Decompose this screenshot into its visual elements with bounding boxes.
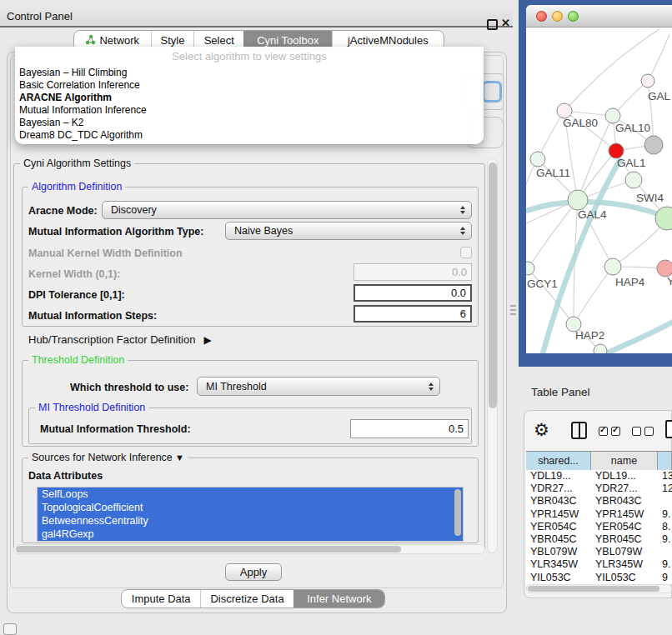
dpi-tolerance-input[interactable] <box>354 284 472 302</box>
aracne-mode-label: Aracne Mode: <box>28 205 98 217</box>
which-threshold-select[interactable]: MI Threshold <box>197 377 440 396</box>
table-cell: YDR27... <box>591 482 658 495</box>
mi-threshold-label: Mutual Information Threshold: <box>40 423 191 435</box>
network-window: GALGAL80GAL10GAL1GAL11SWI4GAL4GCY1HAP4YH… <box>526 5 672 353</box>
table-cell: YBL079W <box>591 546 658 558</box>
network-node[interactable] <box>526 262 534 275</box>
table-cell: YBR043C <box>526 495 591 508</box>
settings-vertical-scrollbar-thumb[interactable] <box>489 162 497 408</box>
table-cell: YDR27... <box>526 482 591 495</box>
network-node-label: GAL10 <box>615 122 650 134</box>
network-node[interactable] <box>594 344 607 353</box>
split-divider-grip[interactable] <box>510 305 516 317</box>
table-horizontal-scrollbar-thumb[interactable] <box>528 586 659 592</box>
network-edge <box>574 267 613 324</box>
manual-kernel-label: Manual Kernel Width Definition <box>28 248 183 259</box>
settings-gear-icon[interactable] <box>534 419 549 441</box>
table-cell <box>658 495 672 508</box>
select-all-icon[interactable] <box>599 427 608 436</box>
network-edge <box>648 34 669 81</box>
deselect-all-icon[interactable] <box>644 427 654 436</box>
network-node[interactable] <box>657 260 672 277</box>
hub-definition-expander[interactable]: Hub/Transcription Factor Definition <box>28 333 212 346</box>
data-attributes-list[interactable]: SelfLoopsTopologicalCoefficientBetweenne… <box>37 487 464 542</box>
network-node[interactable] <box>625 172 642 188</box>
mi-threshold-group-title: MI Threshold Definition <box>35 402 148 413</box>
apply-button[interactable]: Apply <box>225 563 282 581</box>
network-window-titlebar[interactable] <box>526 5 672 28</box>
panel-dock-icon[interactable] <box>3 623 17 635</box>
sources-group-title[interactable]: Sources for Network Inference <box>28 452 188 463</box>
algorithm-option[interactable]: Mutual Information Inference <box>15 104 484 117</box>
table-cell: YIL053C <box>526 572 591 584</box>
mi-threshold-input[interactable] <box>350 419 469 438</box>
deselect-all-icon[interactable] <box>632 427 641 436</box>
network-node-label: Y <box>667 275 672 288</box>
manual-kernel-checkbox <box>460 247 472 258</box>
table-row[interactable]: YPR145WYPR145W9. <box>526 508 672 521</box>
table-row[interactable]: YBL079WYBL079W <box>526 546 672 558</box>
algorithm-option[interactable]: Basic Correlation Inference <box>15 79 484 92</box>
network-node[interactable] <box>644 136 663 154</box>
algorithm-option[interactable]: ARACNE Algorithm <box>15 92 484 104</box>
mi-steps-input[interactable] <box>354 305 472 322</box>
column-layout-icon[interactable] <box>571 422 587 439</box>
function-builder-icon[interactable] <box>665 420 672 438</box>
tab-discretize-data[interactable]: Discretize Data <box>200 590 293 608</box>
combo-stepper-icon <box>460 227 465 235</box>
network-node[interactable] <box>655 207 672 230</box>
select-all-icon[interactable] <box>611 427 620 436</box>
table-row[interactable]: YBR043CYBR043C <box>526 495 672 508</box>
attribute-list-item[interactable]: BetweennessCentrality <box>38 514 463 528</box>
column-header[interactable]: shared... <box>526 452 591 470</box>
network-thick-edge <box>605 319 672 353</box>
zoom-window-icon[interactable] <box>568 11 579 22</box>
close-panel-icon[interactable] <box>501 18 513 29</box>
dpi-tolerance-label: DPI Tolerance [0,1]: <box>28 289 125 301</box>
settings-horizontal-scrollbar-thumb[interactable] <box>16 546 401 552</box>
close-window-icon[interactable] <box>536 11 547 22</box>
network-node[interactable] <box>568 190 588 210</box>
table-row[interactable]: YLR345WYLR345W9. <box>526 558 672 571</box>
tab-infer-network[interactable]: Infer Network <box>293 590 384 608</box>
combo-stepper-icon <box>460 206 465 214</box>
table-cell: YBR045C <box>526 533 591 546</box>
column-header[interactable]: name <box>591 452 658 470</box>
table-row[interactable]: YDL19...YDL19...13 <box>526 470 672 482</box>
mi-type-select[interactable]: Naive Bayes <box>225 222 472 240</box>
algorithm-option[interactable]: Bayesian – Hill Climbing <box>15 67 484 79</box>
attributes-list-scrollbar-thumb[interactable] <box>454 489 461 536</box>
attribute-list-item[interactable]: TopologicalCoefficient <box>38 501 463 514</box>
attribute-list-item[interactable]: SelfLoops <box>38 488 463 501</box>
table-cell: 9. <box>658 508 672 521</box>
bottom-tab-bar: Impute DataDiscretize DataInfer Network <box>121 589 385 608</box>
table-cell: YPR145W <box>591 508 658 521</box>
aracne-mode-select[interactable]: Discovery <box>102 201 472 219</box>
network-node[interactable] <box>641 74 654 88</box>
attribute-list-item[interactable]: gal4RGexp <box>38 528 463 541</box>
network-node[interactable] <box>530 152 545 167</box>
table-cell: YPR145W <box>526 508 591 521</box>
network-node-label: GAL1 <box>617 157 646 169</box>
column-header[interactable] <box>658 452 672 470</box>
tab-label: Network <box>99 34 139 47</box>
network-canvas[interactable]: GALGAL80GAL10GAL1GAL11SWI4GAL4GCY1HAP4YH… <box>526 28 672 353</box>
minimize-window-icon[interactable] <box>552 11 563 22</box>
network-graph[interactable]: GALGAL80GAL10GAL1GAL11SWI4GAL4GCY1HAP4YH… <box>526 28 672 353</box>
table-panel-title: Table Panel <box>531 386 590 398</box>
table-row[interactable]: YIL053CYIL053C9 <box>526 572 672 584</box>
algorithm-option[interactable]: Bayesian – K2 <box>15 117 484 129</box>
network-node-label: GAL4 <box>578 208 607 221</box>
float-window-icon[interactable] <box>487 19 498 30</box>
table-row[interactable]: YDR27...YDR27...12 <box>526 482 672 495</box>
table-row[interactable]: YER054CYER054C8. <box>526 521 672 533</box>
network-node-label: GAL <box>648 90 671 102</box>
tab-impute-data[interactable]: Impute Data <box>122 590 200 608</box>
network-node[interactable] <box>604 258 621 275</box>
algorithm-option[interactable]: Dream8 DC_TDC Algorithm <box>15 129 484 142</box>
mi-type-label: Mutual Information Algorithm Type: <box>28 226 203 238</box>
network-node-label: GCY1 <box>527 278 558 290</box>
control-panel-titlebar: Control Panel <box>0 7 513 28</box>
data-attributes-label: Data Attributes <box>28 470 103 482</box>
table-row[interactable]: YBR045CYBR045C9. <box>526 533 672 546</box>
